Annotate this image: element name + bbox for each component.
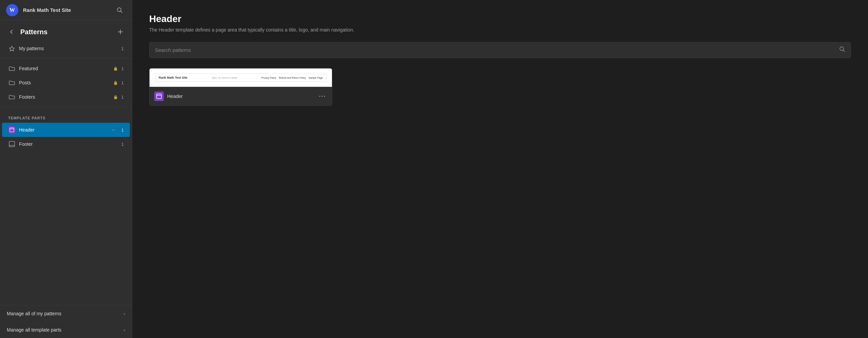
add-pattern-button[interactable] <box>115 26 126 37</box>
header-pattern-card[interactable]: Rank Math Test Site Type / to choose a b… <box>149 68 332 106</box>
sidebar-item-header[interactable]: Header ← 1 <box>2 123 130 137</box>
footer-label: Footer <box>19 141 118 147</box>
page-title: Header <box>149 14 851 24</box>
posts-label: Posts <box>19 80 109 85</box>
footers-lock-icon: 🔒 <box>113 95 118 99</box>
main-content: Header The Header template defines a pag… <box>132 0 868 338</box>
patterns-title: Patterns <box>20 28 112 36</box>
sidebar-footer: Manage all of my patterns › Manage all t… <box>0 305 132 338</box>
patterns-header: Patterns <box>0 20 132 41</box>
folder-icon-footers <box>8 93 16 101</box>
pattern-preview: Rank Math Test Site Type / to choose a b… <box>150 68 332 87</box>
sidebar-item-featured[interactable]: Featured 🔒 1 <box>2 61 130 76</box>
svg-line-3 <box>121 11 122 13</box>
folder-icon-featured <box>8 65 16 72</box>
posts-count: 1 <box>121 80 124 85</box>
footer-template-icon <box>8 140 16 148</box>
my-patterns-label: My patterns <box>19 46 118 51</box>
svg-line-12 <box>843 50 845 52</box>
sidebar-top-bar: W Rank Math Test Site <box>0 0 132 20</box>
sidebar: W Rank Math Test Site Patterns My patter… <box>0 0 132 338</box>
sidebar-content: Patterns My patterns 1 Featured 🔒 1 <box>0 20 132 305</box>
pattern-name: Header <box>167 94 314 99</box>
star-icon <box>8 45 16 52</box>
pattern-info: Header <box>150 87 332 105</box>
divider-1 <box>0 58 132 59</box>
template-parts-section-label: Template Parts <box>0 110 132 123</box>
featured-label: Featured <box>19 66 109 71</box>
preview-nav-links: Privacy Policy Refund and Return Policy … <box>261 77 323 79</box>
featured-count: 1 <box>121 66 124 71</box>
divider-2 <box>0 107 132 107</box>
preview-site-name: Rank Math Test Site <box>159 76 188 79</box>
sidebar-item-posts[interactable]: Posts 🔒 1 <box>2 76 130 90</box>
svg-marker-6 <box>9 46 15 51</box>
footers-count: 1 <box>121 95 124 100</box>
preview-block-hint: Type / to choose a block <box>191 77 258 79</box>
wp-logo-icon: W <box>6 4 18 16</box>
search-bar <box>149 42 851 58</box>
top-search-button[interactable] <box>114 4 126 16</box>
manage-template-parts-label: Manage all template parts <box>7 327 121 333</box>
manage-patterns-link[interactable]: Manage all of my patterns › <box>0 305 132 322</box>
sidebar-item-footer[interactable]: Footer 1 <box>2 137 130 151</box>
preview-nav-link-3: Sample Page <box>309 77 323 79</box>
svg-rect-9 <box>9 141 15 147</box>
manage-patterns-label: Manage all of my patterns <box>7 311 121 316</box>
search-input[interactable] <box>155 42 839 58</box>
preview-nav-link-2: Refund and Return Policy <box>279 77 306 79</box>
svg-rect-13 <box>157 94 161 99</box>
svg-point-15 <box>319 96 320 97</box>
active-arrow-icon: ← <box>111 127 117 133</box>
manage-patterns-arrow-icon: › <box>123 311 125 316</box>
header-count: 1 <box>121 127 124 133</box>
search-icon <box>839 46 845 54</box>
folder-icon-posts <box>8 79 16 86</box>
featured-lock-icon: 🔒 <box>113 66 118 71</box>
svg-point-17 <box>324 96 325 97</box>
site-name: Rank Math Test Site <box>23 7 109 13</box>
my-patterns-count: 1 <box>121 46 124 51</box>
manage-template-parts-link[interactable]: Manage all template parts › <box>0 322 132 338</box>
preview-nav-link-1: Privacy Policy <box>261 77 276 79</box>
manage-template-parts-arrow-icon: › <box>123 327 125 333</box>
svg-rect-7 <box>10 128 14 132</box>
footers-label: Footers <box>19 94 109 100</box>
posts-lock-icon: 🔒 <box>113 81 118 85</box>
pattern-icon <box>154 92 164 101</box>
footer-count: 1 <box>121 142 124 147</box>
back-button[interactable] <box>6 26 17 37</box>
pattern-more-button[interactable] <box>317 91 327 101</box>
sidebar-item-my-patterns[interactable]: My patterns 1 <box>2 41 130 56</box>
preview-inner: Rank Math Test Site Type / to choose a b… <box>155 74 327 82</box>
svg-point-16 <box>322 96 323 97</box>
svg-text:W: W <box>9 7 15 13</box>
page-subtitle: The Header template defines a page area … <box>149 27 851 33</box>
sidebar-item-footers[interactable]: Footers 🔒 1 <box>2 90 130 104</box>
header-label: Header <box>19 127 108 133</box>
header-template-icon <box>8 126 16 134</box>
